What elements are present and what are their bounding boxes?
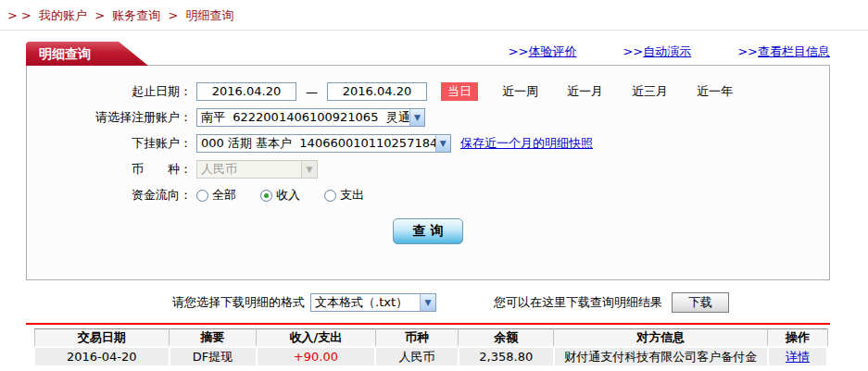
end-date-input[interactable]: 2016.04.20: [327, 82, 427, 101]
header-action: 操作: [768, 329, 827, 348]
flow-radio-all[interactable]: 全部: [196, 187, 236, 204]
tab-detail-query[interactable]: 明细查询: [26, 42, 148, 66]
link-label: 体验评价: [528, 44, 576, 58]
flow-radio-income-label: 收入: [276, 187, 300, 204]
quick-range-year[interactable]: 近一年: [697, 83, 733, 100]
quick-ranges: 近一周 近一月 近三月 近一年: [502, 83, 733, 100]
cell-summary: DF提现: [170, 347, 257, 366]
register-account-value: 南平 6222001406100921065 灵通卡: [197, 109, 409, 126]
query-button[interactable]: 查 询: [393, 218, 463, 244]
flow-radio-group: 全部 收入 支出: [196, 187, 364, 204]
header-counterparty: 对方信息: [554, 329, 768, 348]
radio-selected-icon: [260, 190, 272, 202]
quick-range-month[interactable]: 近一月: [567, 83, 603, 100]
header-balance: 余额: [459, 329, 554, 348]
page: > > 我的账户 > 账务查询 > 明细查询 明细查询 >>体验评价 >>自动演…: [0, 0, 868, 371]
link-prefix: >>: [737, 44, 758, 58]
download-button[interactable]: 下载: [672, 292, 729, 313]
currency-select: 人民币 ▼: [196, 160, 318, 179]
link-label: 自动演示: [643, 44, 691, 58]
header-income-expense: 收入/支出: [257, 329, 375, 348]
flow-radio-expense-label: 支出: [340, 187, 364, 204]
sub-account-row: 下挂账户： 000 活期 基本户 1406600101102571848 ▼ 保…: [27, 133, 829, 154]
flow-radio-all-label: 全部: [212, 187, 236, 204]
breadcrumb-item-my-account[interactable]: 我的账户: [39, 8, 87, 22]
download-format-select[interactable]: 文本格式（.txt） ▼: [310, 293, 436, 312]
quick-range-today[interactable]: 当日: [441, 82, 478, 101]
table-header-row: 交易日期 摘要 收入/支出 币种 余额 对方信息 操作: [34, 329, 827, 348]
cell-transaction-date: 2016-04-20: [34, 347, 170, 366]
currency-row: 币 种： 人民币 ▼: [27, 159, 829, 179]
flow-direction-label: 资金流向：: [27, 187, 192, 204]
register-account-row: 请选择注册账户： 南平 6222001406100921065 灵通卡 ▼: [27, 107, 829, 128]
cell-counterparty: 财付通支付科技有限公司客户备付金: [554, 347, 768, 366]
breadcrumb-prefix: > >: [7, 8, 31, 22]
download-format-value: 文本格式（.txt）: [311, 294, 408, 311]
header-links: >>体验评价 >>自动演示 >>查看栏目信息: [509, 43, 830, 60]
register-account-label: 请选择注册账户：: [27, 109, 192, 126]
chevron-down-icon: ▼: [435, 135, 450, 152]
breadcrumb-separator: >: [168, 8, 178, 22]
link-prefix: >>: [623, 44, 643, 58]
chevron-down-icon: ▼: [420, 294, 435, 311]
date-separator: —: [306, 85, 318, 99]
download-format-label: 请您选择下载明细的格式: [172, 294, 305, 311]
cell-amount: +90.00: [257, 347, 375, 366]
sub-account-label: 下挂账户：: [27, 135, 192, 152]
detail-link[interactable]: 详情: [786, 350, 810, 364]
quick-range-week[interactable]: 近一周: [502, 83, 538, 100]
red-divider: [26, 323, 830, 325]
date-range-label: 起止日期：: [27, 83, 192, 100]
flow-radio-income[interactable]: 收入: [260, 187, 300, 204]
tab-bar: 明细查询 >>体验评价 >>自动演示 >>查看栏目信息: [26, 41, 830, 65]
header-currency: 币种: [375, 329, 459, 348]
date-range-row: 起止日期： 2016.04.20 — 2016.04.20 当日 近一周 近一月…: [27, 81, 829, 102]
header-summary: 摘要: [170, 329, 257, 348]
header-transaction-date: 交易日期: [34, 329, 170, 348]
link-auto-demo[interactable]: >>自动演示: [623, 43, 691, 60]
download-hint: 您可以在这里下载查询明细结果: [494, 294, 662, 311]
link-label: 查看栏目信息: [758, 44, 830, 58]
download-row: 请您选择下载明细的格式 文本格式（.txt） ▼ 您可以在这里下载查询明细结果 …: [172, 292, 830, 313]
breadcrumb: > > 我的账户 > 账务查询 > 明细查询: [0, 0, 868, 31]
sub-account-value: 000 活期 基本户 1406600101102571848: [197, 135, 435, 152]
currency-value: 人民币: [197, 161, 237, 178]
flow-radio-expense[interactable]: 支出: [324, 187, 364, 204]
radio-icon: [324, 190, 336, 202]
results-table: 交易日期 摘要 收入/支出 币种 余额 对方信息 操作 2016-04-20 D…: [33, 328, 828, 367]
snapshot-link[interactable]: 保存近一个月的明细快照: [460, 135, 593, 152]
link-prefix: >>: [509, 44, 529, 58]
start-date-input[interactable]: 2016.04.20: [196, 82, 296, 101]
link-view-column-info[interactable]: >>查看栏目信息: [737, 43, 830, 60]
cell-balance: 2,358.80: [459, 347, 554, 366]
link-experience-rating[interactable]: >>体验评价: [509, 43, 577, 60]
flow-direction-row: 资金流向： 全部 收入 支出: [27, 185, 829, 205]
radio-icon: [196, 190, 208, 202]
query-form-panel: 起止日期： 2016.04.20 — 2016.04.20 当日 近一周 近一月…: [26, 65, 830, 280]
chevron-down-icon: ▼: [301, 161, 317, 178]
cell-currency: 人民币: [375, 347, 459, 366]
register-account-select[interactable]: 南平 6222001406100921065 灵通卡 ▼: [196, 108, 425, 127]
table-row: 2016-04-20 DF提现 +90.00 人民币 2,358.80 财付通支…: [34, 347, 827, 366]
sub-account-select[interactable]: 000 活期 基本户 1406600101102571848 ▼: [196, 134, 451, 153]
query-button-row: 查 询: [27, 218, 829, 244]
chevron-down-icon: ▼: [409, 109, 424, 126]
currency-label: 币 种：: [27, 161, 192, 178]
quick-range-3months[interactable]: 近三月: [632, 83, 668, 100]
breadcrumb-separator: >: [94, 8, 105, 22]
breadcrumb-item-detail-query[interactable]: 明细查询: [185, 8, 233, 22]
breadcrumb-item-account-query[interactable]: 账务查询: [112, 8, 160, 22]
